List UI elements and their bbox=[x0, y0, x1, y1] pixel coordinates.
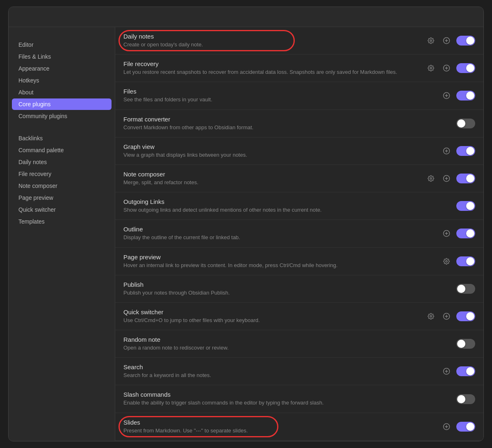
plugin-add-icon-slides[interactable] bbox=[441, 421, 452, 432]
sidebar-options-list: EditorFiles & LinksAppearanceHotkeysAbou… bbox=[9, 39, 115, 122]
plugin-toggle-file-recovery[interactable] bbox=[456, 63, 475, 73]
plugin-toggle-track-quick-switcher[interactable] bbox=[456, 311, 475, 321]
plugin-add-icon-daily-notes[interactable] bbox=[441, 35, 452, 46]
plugin-name-files: Files bbox=[123, 88, 434, 95]
plugin-toggle-format-converter[interactable] bbox=[456, 119, 475, 128]
plugin-settings-icon-note-composer[interactable] bbox=[425, 173, 437, 184]
plugin-info-note-composer: Note composerMerge, split, and refactor … bbox=[123, 171, 419, 186]
close-button[interactable] bbox=[465, 12, 475, 22]
plugin-name-outgoing-links: Outgoing Links bbox=[123, 198, 450, 205]
plugin-toggle-track-file-recovery[interactable] bbox=[456, 63, 475, 73]
plugin-toggle-track-slides[interactable] bbox=[456, 422, 475, 432]
plugin-desc-files: See the files and folders in your vault. bbox=[123, 96, 434, 103]
plugin-desc-publish: Publish your notes through Obsidian Publ… bbox=[123, 289, 450, 297]
sidebar-item-hotkeys[interactable]: Hotkeys bbox=[12, 75, 112, 86]
plugin-add-icon-quick-switcher[interactable] bbox=[441, 311, 452, 322]
modal-header bbox=[9, 7, 483, 27]
plugin-desc-search: Search for a keyword in all the notes. bbox=[123, 372, 434, 379]
plugin-desc-graph-view: View a graph that displays links between… bbox=[123, 151, 434, 159]
core-plugins-section-label bbox=[9, 127, 115, 132]
plugin-name-quick-switcher: Quick switcher bbox=[123, 309, 419, 315]
plugin-settings-icon-page-preview[interactable] bbox=[441, 256, 452, 267]
plugin-info-slash-commands: Slash commandsEnable the ability to trig… bbox=[123, 391, 450, 407]
sidebar-item-note-composer[interactable]: Note composer bbox=[12, 180, 112, 192]
sidebar-item-page-preview[interactable]: Page preview bbox=[12, 192, 112, 203]
plugin-toggle-files[interactable] bbox=[456, 91, 475, 101]
plugin-toggle-track-slash-commands[interactable] bbox=[456, 394, 475, 404]
plugin-toggle-thumb-daily-notes bbox=[466, 37, 474, 45]
plugin-toggle-track-format-converter[interactable] bbox=[456, 119, 475, 128]
plugin-controls-slides bbox=[441, 421, 475, 432]
plugin-row-graph-view: Graph viewView a graph that displays lin… bbox=[115, 137, 483, 165]
plugin-toggle-track-files[interactable] bbox=[456, 91, 475, 101]
sidebar-item-appearance[interactable]: Appearance bbox=[12, 63, 112, 74]
main-content: Daily notesCreate or open today's daily … bbox=[115, 27, 483, 441]
plugin-toggle-thumb-note-composer bbox=[466, 174, 474, 183]
plugin-toggle-track-publish[interactable] bbox=[456, 284, 475, 294]
plugin-row-outgoing-links: Outgoing LinksShow outgoing links and de… bbox=[115, 192, 483, 220]
plugin-toggle-search[interactable] bbox=[456, 366, 475, 376]
sidebar-item-files-links[interactable]: Files & Links bbox=[12, 51, 112, 62]
plugin-toggle-thumb-slides bbox=[466, 423, 474, 431]
plugin-row-search: SearchSearch for a keyword in all the no… bbox=[115, 358, 483, 385]
settings-modal: EditorFiles & LinksAppearanceHotkeysAbou… bbox=[8, 7, 484, 441]
plugin-toggle-page-preview[interactable] bbox=[456, 256, 475, 266]
plugin-row-outline: OutlineDisplay the outline of the curren… bbox=[115, 220, 483, 247]
plugin-controls-outline bbox=[441, 228, 475, 239]
plugin-toggle-daily-notes[interactable] bbox=[456, 36, 475, 46]
plugin-name-file-recovery: File recovery bbox=[123, 60, 419, 67]
plugin-toggle-thumb-graph-view bbox=[466, 147, 474, 155]
sidebar-item-community-plugins[interactable]: Community plugins bbox=[12, 110, 112, 122]
plugin-toggle-thumb-outgoing-links bbox=[466, 202, 474, 210]
plugin-add-icon-file-recovery[interactable] bbox=[441, 62, 452, 74]
plugin-settings-icon-daily-notes[interactable] bbox=[425, 35, 437, 46]
plugin-settings-icon-file-recovery[interactable] bbox=[425, 62, 437, 74]
plugin-toggle-slash-commands[interactable] bbox=[456, 394, 475, 404]
plugin-toggle-outgoing-links[interactable] bbox=[456, 201, 475, 211]
plugin-toggle-track-graph-view[interactable] bbox=[456, 146, 475, 156]
sidebar-item-file-recovery[interactable]: File recovery bbox=[12, 168, 112, 180]
plugin-toggle-quick-switcher[interactable] bbox=[456, 311, 475, 321]
plugin-info-search: SearchSearch for a keyword in all the no… bbox=[123, 363, 434, 379]
plugin-add-icon-outline[interactable] bbox=[441, 228, 452, 239]
sidebar-item-templates[interactable]: Templates bbox=[12, 216, 112, 227]
sidebar-item-backlinks[interactable]: Backlinks bbox=[12, 133, 112, 144]
plugin-settings-icon-quick-switcher[interactable] bbox=[425, 311, 437, 322]
plugin-toggle-note-composer[interactable] bbox=[456, 174, 475, 183]
plugin-toggle-track-random-note[interactable] bbox=[456, 339, 475, 349]
plugin-toggle-track-page-preview[interactable] bbox=[456, 256, 475, 266]
plugin-toggle-track-search[interactable] bbox=[456, 366, 475, 376]
plugin-toggle-graph-view[interactable] bbox=[456, 146, 475, 156]
modal-body: EditorFiles & LinksAppearanceHotkeysAbou… bbox=[9, 27, 483, 441]
sidebar-item-editor[interactable]: Editor bbox=[12, 39, 112, 50]
plugin-toggle-thumb-page-preview bbox=[466, 257, 474, 265]
plugin-row-publish: PublishPublish your notes through Obsidi… bbox=[115, 275, 483, 303]
plugin-info-graph-view: Graph viewView a graph that displays lin… bbox=[123, 143, 434, 159]
svg-point-21 bbox=[446, 261, 447, 262]
plugin-add-icon-search[interactable] bbox=[441, 366, 452, 377]
sidebar-item-core-plugins[interactable]: Core plugins bbox=[12, 98, 112, 110]
plugin-toggle-track-note-composer[interactable] bbox=[456, 174, 475, 183]
plugin-toggle-track-outline[interactable] bbox=[456, 229, 475, 238]
plugin-add-icon-graph-view[interactable] bbox=[441, 145, 452, 157]
plugin-add-icon-files[interactable] bbox=[441, 90, 452, 101]
plugin-toggle-track-outgoing-links[interactable] bbox=[456, 201, 475, 211]
plugin-toggle-outline[interactable] bbox=[456, 229, 475, 238]
plugin-controls-files bbox=[441, 90, 475, 101]
plugin-info-random-note: Random noteOpen a random note to redisco… bbox=[123, 336, 450, 352]
sidebar-item-about[interactable]: About bbox=[12, 87, 112, 98]
plugin-info-outline: OutlineDisplay the outline of the curren… bbox=[123, 226, 434, 241]
plugin-controls-publish bbox=[456, 284, 475, 294]
plugin-controls-graph-view bbox=[441, 145, 475, 157]
sidebar-item-quick-switcher[interactable]: Quick switcher bbox=[12, 204, 112, 215]
plugin-add-icon-note-composer[interactable] bbox=[441, 173, 452, 184]
plugin-toggle-track-daily-notes[interactable] bbox=[456, 36, 475, 46]
plugin-toggle-publish[interactable] bbox=[456, 284, 475, 294]
plugin-toggle-random-note[interactable] bbox=[456, 339, 475, 349]
sidebar-item-daily-notes[interactable]: Daily notes bbox=[12, 156, 112, 168]
plugin-row-file-recovery: File recoveryLet you restore recent snap… bbox=[115, 55, 483, 82]
sidebar-item-command-palette[interactable]: Command palette bbox=[12, 144, 112, 156]
plugin-toggle-slides[interactable] bbox=[456, 422, 475, 432]
plugin-row-daily-notes: Daily notesCreate or open today's daily … bbox=[115, 27, 483, 55]
plugin-name-page-preview: Page preview bbox=[123, 254, 434, 261]
